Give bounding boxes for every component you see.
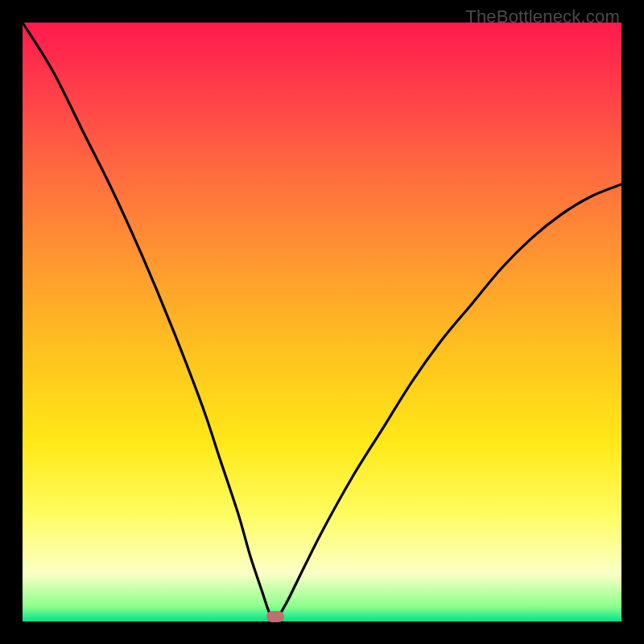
watermark-text: TheBottleneck.com — [465, 6, 620, 27]
chart-frame: TheBottleneck.com — [0, 0, 644, 644]
plot-area — [23, 23, 621, 621]
minimum-marker — [266, 611, 284, 622]
bottleneck-curve — [23, 23, 621, 621]
